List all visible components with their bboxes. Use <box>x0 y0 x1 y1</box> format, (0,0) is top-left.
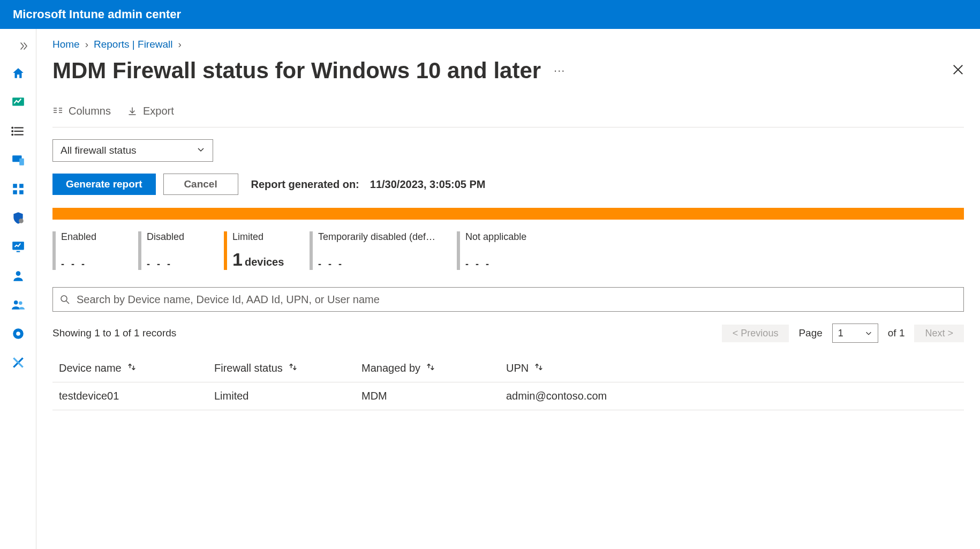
sort-icon <box>127 362 137 374</box>
user-icon <box>11 269 25 283</box>
nav-expand-toggle[interactable] <box>0 35 36 57</box>
firewall-status-filter[interactable]: All firewall status <box>52 139 213 162</box>
sidebar-item-reports[interactable] <box>6 235 31 259</box>
chart-icon <box>11 95 25 109</box>
cancel-button[interactable]: Cancel <box>163 174 238 195</box>
list-icon <box>11 124 25 138</box>
svg-rect-8 <box>19 159 24 166</box>
tools-icon <box>11 356 25 370</box>
sort-icon <box>534 362 544 374</box>
monitor-chart-icon <box>11 240 25 254</box>
users-icon <box>11 298 25 312</box>
report-generated-timestamp: 11/30/2023, 3:05:05 PM <box>370 178 486 191</box>
cell-firewall-status: Limited <box>214 390 361 402</box>
more-actions-button[interactable]: ··· <box>554 64 565 78</box>
page-title: MDM Firewall status for Windows 10 and l… <box>52 58 541 84</box>
status-tile-not-applicable[interactable]: Not applicable - - - <box>457 231 526 270</box>
status-stripe <box>52 231 56 270</box>
page-label: Page <box>798 327 822 339</box>
breadcrumb-separator: › <box>85 39 88 50</box>
svg-rect-12 <box>19 190 24 194</box>
gear-icon <box>11 327 25 341</box>
sidebar-item-apps[interactable] <box>6 177 31 201</box>
status-label: Limited <box>232 231 284 243</box>
report-generated-label: Report generated on: <box>251 178 359 191</box>
pager: < Previous Page 1 of 1 Next > <box>722 324 964 343</box>
generate-report-button[interactable]: Generate report <box>52 174 156 195</box>
global-header: Microsoft Intune admin center <box>0 0 980 29</box>
search-icon <box>59 294 70 305</box>
close-blade-button[interactable] <box>952 64 964 78</box>
status-tile-enabled[interactable]: Enabled - - - <box>52 231 117 270</box>
columns-icon <box>52 106 63 117</box>
search-input[interactable] <box>76 293 957 306</box>
devices-icon <box>11 153 25 167</box>
svg-point-17 <box>13 300 18 305</box>
status-value: - - - <box>147 259 184 270</box>
status-stripe <box>457 231 460 270</box>
page-title-row: MDM Firewall status for Windows 10 and l… <box>52 58 964 84</box>
breadcrumb-reports-firewall[interactable]: Reports | Firewall <box>94 39 172 50</box>
breadcrumb: Home › Reports | Firewall › <box>52 39 964 50</box>
status-tile-disabled[interactable]: Disabled - - - <box>138 231 202 270</box>
sidebar-item-all-services[interactable] <box>6 119 31 144</box>
status-value: 1devices <box>232 249 284 270</box>
table-row[interactable]: testdevice01 Limited MDM admin@contoso.c… <box>52 382 964 410</box>
status-label: Not applicable <box>465 231 526 243</box>
svg-point-6 <box>11 134 13 136</box>
main-content: Home › Reports | Firewall › MDM Firewall… <box>36 29 980 549</box>
sidebar-item-troubleshooting[interactable] <box>6 350 31 375</box>
sidebar-item-devices[interactable] <box>6 148 31 172</box>
product-title: Microsoft Intune admin center <box>13 7 181 21</box>
svg-point-13 <box>19 219 24 223</box>
export-button[interactable]: Export <box>127 105 174 117</box>
filter-selected-value: All firewall status <box>61 145 137 156</box>
left-nav <box>0 29 36 549</box>
chevron-double-right-icon <box>20 42 28 50</box>
next-page-button[interactable]: Next > <box>914 325 964 342</box>
results-table: Device name Firewall status Managed by U… <box>52 355 964 410</box>
columns-button[interactable]: Columns <box>52 105 111 117</box>
page-select[interactable]: 1 <box>832 324 878 343</box>
action-row: Generate report Cancel Report generated … <box>52 174 964 195</box>
columns-label: Columns <box>69 105 111 117</box>
column-header-firewall-status[interactable]: Firewall status <box>214 362 361 374</box>
status-tile-limited[interactable]: Limited 1devices <box>224 231 288 270</box>
page-total: of 1 <box>888 327 905 339</box>
svg-line-28 <box>66 301 69 304</box>
svg-rect-11 <box>13 190 17 194</box>
sidebar-item-home[interactable] <box>6 61 31 86</box>
filter-row: All firewall status <box>52 139 964 162</box>
column-header-device-name[interactable]: Device name <box>59 362 214 374</box>
cell-managed-by: MDM <box>361 390 506 402</box>
status-label: Temporarily disabled (def… <box>318 231 435 243</box>
sidebar-item-groups[interactable] <box>6 292 31 317</box>
status-value: - - - <box>318 259 435 270</box>
table-header-row: Device name Firewall status Managed by U… <box>52 355 964 382</box>
results-count: Showing 1 to 1 of 1 records <box>52 327 176 339</box>
svg-point-27 <box>61 296 67 302</box>
sidebar-item-users[interactable] <box>6 264 31 288</box>
sidebar-item-endpoint-security[interactable] <box>6 206 31 230</box>
column-header-managed-by[interactable]: Managed by <box>361 362 506 374</box>
sort-icon <box>288 362 298 374</box>
sidebar-item-tenant-admin[interactable] <box>6 321 31 346</box>
close-icon <box>952 64 964 76</box>
chevron-down-icon <box>865 329 872 337</box>
status-label: Disabled <box>147 231 184 243</box>
apps-grid-icon <box>11 182 25 196</box>
breadcrumb-home[interactable]: Home <box>52 39 80 50</box>
status-distribution-bar <box>52 208 964 220</box>
search-box[interactable] <box>52 287 964 312</box>
sidebar-item-dashboard[interactable] <box>6 90 31 115</box>
cell-upn: admin@contoso.com <box>506 390 958 402</box>
svg-rect-9 <box>13 184 17 188</box>
status-tile-temporarily-disabled[interactable]: Temporarily disabled (def… - - - <box>310 231 435 270</box>
command-bar: Columns Export <box>52 105 964 127</box>
status-value: - - - <box>61 259 96 270</box>
column-header-upn[interactable]: UPN <box>506 362 958 374</box>
svg-rect-15 <box>16 251 20 252</box>
chevron-down-icon <box>197 145 205 156</box>
svg-point-5 <box>11 131 13 132</box>
previous-page-button[interactable]: < Previous <box>722 325 789 342</box>
